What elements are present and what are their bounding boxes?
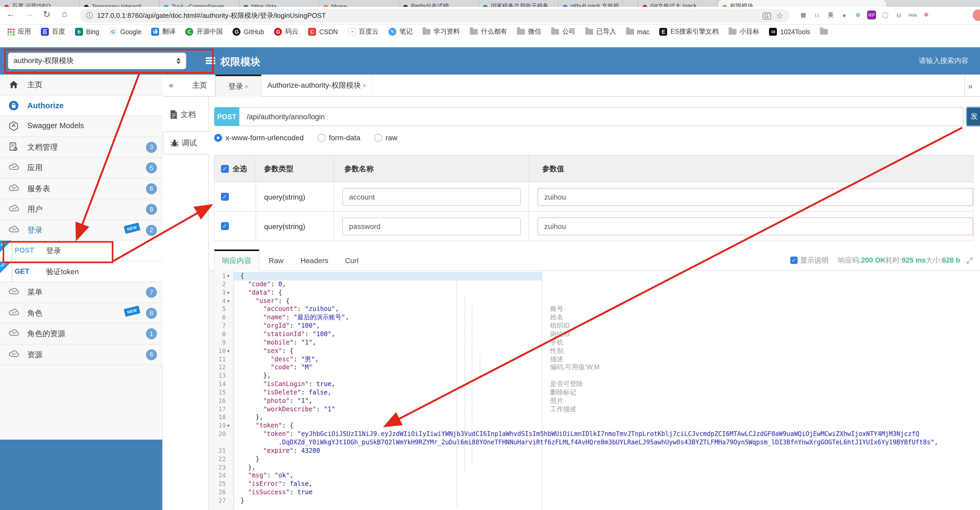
request-path-input[interactable]: /api/authority/anno/login: [239, 107, 964, 126]
bookmark-item[interactable]: GGitHub: [233, 28, 264, 36]
param-name-input[interactable]: password: [342, 217, 521, 235]
content-tab[interactable]: 主页: [185, 75, 215, 97]
browser-tab[interactable]: Redis分布式锁…: [399, 0, 479, 7]
sidebar-item-应用[interactable]: API应用5: [0, 158, 163, 178]
bookmark-item[interactable]: C开源中国: [186, 27, 223, 36]
bookmark-item[interactable]: CCSDN: [309, 28, 338, 36]
param-value-input[interactable]: zuihou: [538, 188, 973, 206]
subnav-debug[interactable]: 调试: [163, 131, 210, 155]
bookmark-item[interactable]: mac: [626, 28, 649, 35]
bookmark-item[interactable]: 百百度: [41, 27, 65, 36]
content-type-radio[interactable]: x-www-form-urlencoded: [214, 134, 304, 142]
browser-tab[interactable]: Zuul—CompoServer…: [159, 0, 239, 7]
content-type-radio[interactable]: form-data: [317, 134, 360, 142]
browser-tab-active[interactable]: 权限模块: [718, 0, 886, 7]
response-tab[interactable]: Headers: [293, 250, 336, 271]
fold-arrow-icon[interactable]: ▾: [227, 288, 229, 297]
param-name-input[interactable]: account: [342, 188, 521, 206]
content-tab[interactable]: 登录×: [215, 75, 261, 97]
show-desc-checkbox[interactable]: [791, 257, 798, 264]
bookmark-item[interactable]: 公司: [551, 27, 575, 36]
sidebar-item-Swagger Models[interactable]: Swagger Models: [0, 116, 163, 137]
forward-icon[interactable]: →: [22, 9, 36, 19]
collapse-left-icon[interactable]: «: [169, 80, 173, 89]
url-bar[interactable]: ⓘ 127.0.0.1:8760/api/gate/doc.html#/auth…: [80, 9, 789, 22]
sidebar-item-用户[interactable]: API用户9: [0, 199, 163, 220]
reload-icon[interactable]: ↻: [40, 9, 54, 20]
row-checkbox[interactable]: [221, 222, 229, 230]
bookmark-item[interactable]: GGoogle: [109, 28, 142, 36]
bookmark-item[interactable]: ✎笔记: [388, 27, 412, 36]
profile-avatar[interactable]: [973, 10, 980, 21]
page-info-icon[interactable]: ⓘ: [86, 11, 93, 21]
expand-icon[interactable]: ⤢: [966, 255, 973, 265]
browser-tab[interactable]: github pack 文件损…: [558, 0, 638, 7]
subnav-doc[interactable]: 文档: [163, 103, 209, 126]
extension-icon-4[interactable]: ⊕: [853, 11, 862, 19]
browser-tab[interactable]: 国家税务总局电子税务…: [479, 0, 558, 7]
bookmark-item[interactable]: 已导入: [585, 27, 616, 36]
bookmark-item[interactable]: bBing: [75, 28, 99, 36]
param-value-input[interactable]: zuihou: [538, 217, 973, 235]
bookmark-item[interactable]: 译翻译: [151, 27, 176, 36]
translate-icon[interactable]: G: [763, 12, 771, 19]
response-tab[interactable]: 响应内容: [214, 250, 259, 271]
fold-arrow-icon[interactable]: ▾: [227, 422, 229, 430]
response-tab[interactable]: Raw: [259, 250, 293, 271]
sidebar-item-主页[interactable]: 主页: [0, 75, 163, 95]
sidebar-item-菜单[interactable]: API菜单7: [0, 282, 163, 303]
fold-arrow-icon[interactable]: ▾: [227, 347, 229, 355]
close-icon[interactable]: ×: [363, 82, 366, 89]
select-all-checkbox[interactable]: [221, 165, 229, 173]
browser-tab[interactable]: hbase: [319, 0, 399, 7]
sidebar-item-角色[interactable]: API角色NEW8: [0, 303, 163, 324]
bookmark-item[interactable]: G码云: [274, 27, 298, 36]
bookmark-item[interactable]: 什么都有: [470, 27, 507, 36]
sidebar-item-文档管理[interactable]: 文档管理3: [0, 137, 163, 158]
radio-icon[interactable]: [214, 134, 222, 142]
sidebar-api-item[interactable]: NEWGET验证token: [0, 261, 163, 282]
radio-icon[interactable]: [317, 134, 325, 142]
sidebar-item-Authorize[interactable]: Authorize: [0, 95, 163, 116]
content-type-radio[interactable]: raw: [374, 134, 397, 142]
bookmark-item[interactable]: 学习资料: [423, 27, 460, 36]
url-text[interactable]: 127.0.0.1:8760/api/gate/doc.html#/author…: [97, 11, 757, 21]
row-checkbox[interactable]: [221, 193, 229, 201]
sidebar-item-角色的资源[interactable]: API角色的资源1: [0, 324, 163, 344]
response-tab[interactable]: Curl: [336, 250, 368, 271]
bookmark-item[interactable]: ◔百度云: [348, 27, 379, 36]
home-icon[interactable]: ⌂: [58, 9, 72, 19]
extension-icon-3[interactable]: ●: [840, 11, 849, 19]
bookmark-item[interactable]: 微信: [517, 27, 541, 36]
bookmark-item[interactable]: EES搜索引擎文档: [660, 27, 719, 36]
extension-icon-0[interactable]: ▦: [799, 11, 808, 19]
fold-arrow-icon[interactable]: ▾: [227, 297, 229, 305]
send-button[interactable]: 发: [966, 107, 980, 127]
collapse-right-icon[interactable]: »: [964, 75, 976, 97]
extension-icon-5[interactable]: RP: [867, 11, 876, 19]
fold-arrow-icon[interactable]: ▾: [227, 272, 229, 280]
sidebar-item-服务表[interactable]: API服务表6: [0, 178, 163, 199]
bookmark-star-icon[interactable]: ☆: [776, 11, 783, 21]
bookmark-item[interactable]: 101024Tools: [769, 28, 810, 36]
sidebar-item-资源[interactable]: API资源6: [0, 344, 163, 365]
extension-icon-9[interactable]: ✻: [922, 11, 931, 19]
back-icon[interactable]: ←: [4, 9, 18, 19]
header-search-input[interactable]: 请输入搜索内容: [919, 56, 969, 66]
browser-tab[interactable]: https://sta…: [239, 0, 319, 7]
radio-icon[interactable]: [374, 134, 382, 142]
extension-icon-8[interactable]: GitZip: [908, 11, 917, 19]
bookmark-item[interactable]: [820, 29, 828, 35]
bookmark-item[interactable]: 应用: [7, 27, 31, 36]
browser-tab[interactable]: Temporary Interacti…: [80, 0, 159, 7]
browser-tab[interactable]: 百度 运营/SEO…: [0, 0, 80, 7]
extension-icon-2[interactable]: 英: [826, 11, 835, 19]
extension-icon-7[interactable]: M: [894, 11, 904, 19]
content-tab[interactable]: Authorize-authority-权限模块×: [261, 75, 373, 97]
extension-icon-1[interactable]: {..}: [813, 11, 821, 19]
browser-tab[interactable]: Git文件过大 (pack…: [638, 0, 718, 7]
close-icon[interactable]: ×: [245, 83, 248, 90]
sidebar-item-登录[interactable]: API登录NEW2: [0, 220, 163, 241]
bookmark-item[interactable]: 小目标: [729, 27, 759, 36]
extension-icon-6[interactable]: ◯: [881, 11, 890, 19]
